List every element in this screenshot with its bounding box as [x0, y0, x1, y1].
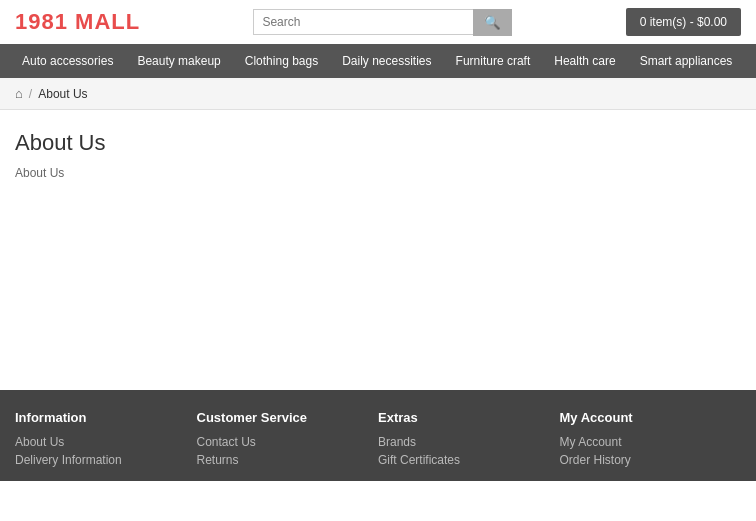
- footer-col-extras: Extras Brands Gift Certificates: [378, 410, 560, 471]
- nav-item-furniture-craft[interactable]: Furniture craft: [444, 44, 543, 78]
- logo[interactable]: 1981 MALL: [15, 9, 140, 35]
- breadcrumb-current: About Us: [38, 87, 87, 101]
- cart-button[interactable]: 0 item(s) - $0.00: [626, 8, 741, 36]
- navbar: Auto accessories Beauty makeup Clothing …: [0, 44, 756, 78]
- footer-link-my-account[interactable]: My Account: [560, 435, 732, 449]
- nav-item-daily-necessities[interactable]: Daily necessities: [330, 44, 443, 78]
- header: 1981 MALL 🔍 0 item(s) - $0.00: [0, 0, 756, 44]
- footer-information-title: Information: [15, 410, 187, 425]
- footer-link-about-us[interactable]: About Us: [15, 435, 187, 449]
- footer-link-returns[interactable]: Returns: [197, 453, 369, 467]
- footer: Information About Us Delivery Informatio…: [0, 390, 756, 481]
- footer-extras-title: Extras: [378, 410, 550, 425]
- footer-link-brands[interactable]: Brands: [378, 435, 550, 449]
- nav-item-beauty-makeup[interactable]: Beauty makeup: [125, 44, 232, 78]
- footer-link-contact-us[interactable]: Contact Us: [197, 435, 369, 449]
- footer-my-account-title: My Account: [560, 410, 732, 425]
- breadcrumb-separator: /: [29, 87, 32, 101]
- footer-col-customer-service: Customer Service Contact Us Returns: [197, 410, 379, 471]
- footer-link-order-history[interactable]: Order History: [560, 453, 732, 467]
- breadcrumb-home-icon[interactable]: ⌂: [15, 86, 23, 101]
- page-title: About Us: [15, 130, 741, 156]
- breadcrumb: ⌂ / About Us: [0, 78, 756, 110]
- search-input[interactable]: [253, 9, 473, 35]
- nav-item-smart-appliances[interactable]: Smart appliances: [628, 44, 745, 78]
- main-content: About Us About Us: [0, 110, 756, 390]
- nav-item-auto-accessories[interactable]: Auto accessories: [10, 44, 125, 78]
- page-subtitle: About Us: [15, 166, 741, 180]
- nav-item-health-care[interactable]: Health care: [542, 44, 627, 78]
- footer-col-my-account: My Account My Account Order History: [560, 410, 742, 471]
- footer-link-gift-certificates[interactable]: Gift Certificates: [378, 453, 550, 467]
- footer-customer-service-title: Customer Service: [197, 410, 369, 425]
- search-bar: 🔍: [253, 9, 512, 36]
- footer-columns: Information About Us Delivery Informatio…: [15, 410, 741, 471]
- footer-link-delivery-information[interactable]: Delivery Information: [15, 453, 187, 467]
- search-button[interactable]: 🔍: [473, 9, 512, 36]
- nav-item-clothing-bags[interactable]: Clothing bags: [233, 44, 330, 78]
- footer-col-information: Information About Us Delivery Informatio…: [15, 410, 197, 471]
